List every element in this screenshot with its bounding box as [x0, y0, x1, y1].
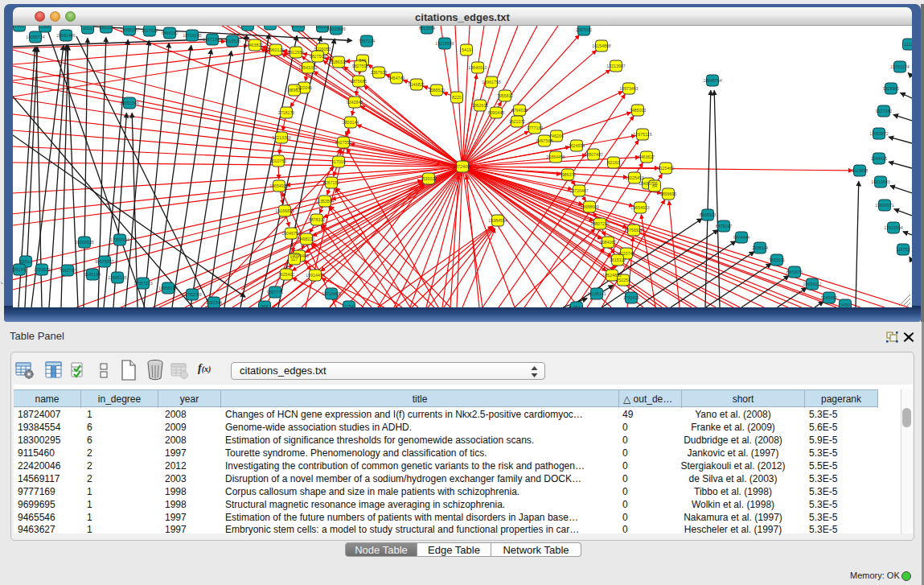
svg-text:1405: 1405: [14, 26, 24, 28]
svg-text:2087682: 2087682: [576, 27, 593, 32]
svg-text:18807249: 18807249: [590, 221, 610, 226]
svg-text:15692971: 15692971: [875, 203, 894, 208]
svg-text:6120746: 6120746: [618, 251, 635, 256]
svg-text:2306: 2306: [40, 26, 50, 29]
svg-text:8267150: 8267150: [323, 180, 340, 185]
svg-text:7632621: 7632621: [769, 257, 786, 262]
svg-text:1362615: 1362615: [472, 103, 489, 108]
svg-text:9827509: 9827509: [310, 54, 326, 59]
svg-text:9474444: 9474444: [733, 235, 750, 240]
svg-text:19384554: 19384554: [488, 218, 507, 223]
svg-text:12093872: 12093872: [869, 131, 889, 136]
svg-text:746206: 746206: [549, 134, 564, 138]
svg-text:117: 117: [291, 257, 298, 262]
svg-text:10648764: 10648764: [703, 78, 722, 83]
svg-text:98963: 98963: [289, 88, 301, 93]
svg-text:6794028: 6794028: [511, 108, 528, 113]
svg-text:10688609: 10688609: [580, 204, 599, 209]
svg-text:7986372: 7986372: [560, 172, 577, 177]
svg-text:14055724: 14055724: [26, 35, 45, 39]
svg-text:16154808: 16154808: [592, 43, 611, 48]
svg-text:10543382: 10543382: [298, 65, 318, 70]
svg-text:116753: 116753: [896, 247, 910, 252]
svg-text:1065: 1065: [265, 26, 275, 27]
svg-text:17359924: 17359924: [110, 237, 129, 242]
svg-text:11353594: 11353594: [315, 199, 334, 204]
svg-text:53501: 53501: [20, 259, 32, 264]
svg-text:1621072: 1621072: [509, 119, 526, 124]
svg-text:9242848: 9242848: [347, 100, 363, 105]
svg-text:9899695: 9899695: [660, 192, 677, 196]
svg-text:16210643: 16210643: [871, 179, 890, 184]
svg-text:1733426: 1733426: [623, 295, 640, 300]
svg-text:20364456: 20364456: [546, 154, 565, 159]
svg-text:1530022: 1530022: [421, 176, 437, 181]
svg-text:8990448: 8990448: [488, 110, 505, 115]
svg-text:1588520: 1588520: [429, 88, 446, 93]
svg-text:1092344: 1092344: [206, 300, 223, 305]
svg-text:19756928: 19756928: [624, 228, 643, 233]
svg-text:3875685: 3875685: [351, 79, 368, 84]
svg-text:6497568: 6497568: [536, 138, 553, 143]
svg-text:10807487: 10807487: [584, 152, 603, 157]
svg-text:2935114: 2935114: [752, 245, 768, 250]
svg-text:8471676: 8471676: [786, 270, 803, 274]
svg-text:17957223: 17957223: [133, 281, 153, 286]
svg-text:8938923: 8938923: [700, 212, 717, 217]
svg-text:9657771: 9657771: [267, 290, 284, 295]
svg-text:252254: 252254: [616, 278, 630, 282]
svg-text:9329966: 9329966: [883, 86, 900, 91]
svg-text:7955812: 7955812: [497, 93, 514, 98]
svg-text:5419: 5419: [462, 47, 471, 52]
svg-text:7942737: 7942737: [60, 268, 76, 273]
svg-text:1615112: 1615112: [610, 257, 626, 262]
svg-text:18724007: 18724007: [453, 164, 472, 169]
svg-text:10719185: 10719185: [183, 33, 202, 38]
svg-text:9450: 9450: [840, 303, 850, 307]
svg-text:20053346: 20053346: [120, 101, 139, 105]
svg-text:217006: 217006: [331, 159, 346, 164]
svg-text:2803144: 2803144: [343, 120, 359, 125]
svg-text:1112: 1112: [905, 42, 913, 47]
svg-text:7485003: 7485003: [630, 108, 647, 113]
svg-text:8427552: 8427552: [335, 140, 352, 145]
svg-text:9245652: 9245652: [821, 295, 838, 300]
svg-text:16782759: 16782759: [183, 292, 202, 297]
svg-text:9227342: 9227342: [876, 109, 893, 113]
svg-text:16914479: 16914479: [306, 273, 325, 278]
svg-text:9777169: 9777169: [527, 126, 544, 130]
svg-text:9827508: 9827508: [352, 64, 369, 68]
svg-text:7463822: 7463822: [247, 43, 264, 47]
svg-text:8454749: 8454749: [388, 76, 405, 80]
svg-text:14136141: 14136141: [587, 291, 606, 296]
svg-text:254: 254: [573, 305, 581, 307]
svg-text:1244415: 1244415: [871, 156, 888, 161]
svg-text:39159: 39159: [14, 267, 26, 272]
svg-text:10046758: 10046758: [281, 231, 301, 236]
svg-text:12905135: 12905135: [108, 275, 127, 280]
svg-text:15720407: 15720407: [569, 188, 589, 193]
svg-text:7625402: 7625402: [278, 272, 295, 277]
svg-text:10025453: 10025453: [625, 175, 644, 180]
svg-text:84: 84: [652, 183, 657, 188]
svg-text:12213383: 12213383: [272, 135, 291, 140]
svg-text:1145194: 1145194: [84, 272, 101, 277]
svg-text:9146821: 9146821: [409, 82, 425, 87]
svg-text:2367608: 2367608: [371, 70, 388, 75]
svg-text:6479197: 6479197: [716, 224, 733, 229]
svg-text:15751074: 15751074: [890, 64, 910, 69]
svg-text:62160: 62160: [608, 160, 620, 165]
svg-text:10973493: 10973493: [619, 86, 639, 91]
svg-text:8498222: 8498222: [298, 237, 315, 241]
svg-text:1156829: 1156829: [34, 267, 50, 272]
svg-text:8878332: 8878332: [309, 217, 326, 222]
svg-text:7515526: 7515526: [224, 39, 241, 43]
svg-text:10654112: 10654112: [803, 282, 821, 286]
svg-text:20691406: 20691406: [56, 33, 76, 38]
svg-text:10961758: 10961758: [482, 80, 501, 84]
svg-text:9084067: 9084067: [600, 240, 617, 245]
svg-text:15716485: 15716485: [322, 291, 341, 296]
svg-text:19654923: 19654923: [630, 205, 650, 210]
svg-text:1011: 1011: [83, 26, 92, 31]
svg-text:9463627: 9463627: [639, 154, 655, 159]
